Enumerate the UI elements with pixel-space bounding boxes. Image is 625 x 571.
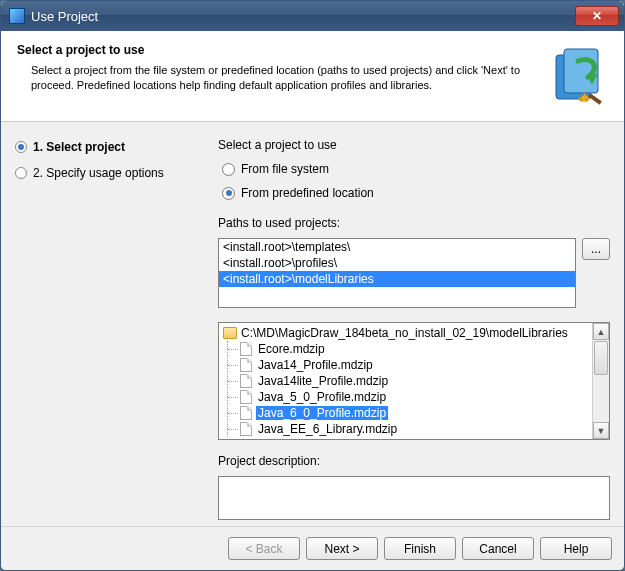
next-button[interactable]: Next > [306,537,378,560]
folder-icon [223,327,237,339]
titlebar[interactable]: Use Project ✕ [1,1,624,31]
form-panel: Select a project to use From file system… [218,136,610,520]
step-bullet-icon [15,141,27,153]
tree-item[interactable]: Java_6_0_Profile.mdzip [238,405,590,421]
wizard-banner-icon [538,43,608,113]
step-label: 2. Specify usage options [33,166,164,180]
radio-from-filesystem[interactable]: From file system [222,162,610,176]
header: Select a project to use Select a project… [1,31,624,122]
radio-icon [222,187,235,200]
step-specify-usage[interactable]: 2. Specify usage options [15,166,200,180]
tree-item-label: Java_5_0_Profile.mdzip [256,390,388,404]
wizard-steps: 1. Select project 2. Specify usage optio… [15,136,200,520]
radio-label: From predefined location [241,186,374,200]
app-icon [9,8,25,24]
file-icon [240,422,252,436]
body: 1. Select project 2. Specify usage optio… [1,122,624,526]
tree-item-label: Java14_Profile.mdzip [256,358,375,372]
radio-label: From file system [241,162,329,176]
file-icon [240,358,252,372]
tree-item[interactable]: Java14_Profile.mdzip [238,357,590,373]
wizard-window: Use Project ✕ Select a project to use Se… [0,0,625,571]
tree-item-label: Java_6_0_Profile.mdzip [256,406,388,420]
tree-item[interactable]: Java_EE_6_Library.mdzip [238,421,590,437]
tree-item-label: Java14lite_Profile.mdzip [256,374,390,388]
description-label: Project description: [218,454,610,468]
select-project-label: Select a project to use [218,138,610,152]
help-button[interactable]: Help [540,537,612,560]
path-row[interactable]: <install.root>\templates\ [219,239,575,255]
tree-item-label: Java_EE_6_Library.mdzip [256,422,399,436]
paths-label: Paths to used projects: [218,216,610,230]
tree-item[interactable]: Java_5_0_Profile.mdzip [238,389,590,405]
tree-root[interactable]: C:\MD\MagicDraw_184beta_no_install_02_19… [221,325,590,341]
cancel-button[interactable]: Cancel [462,537,534,560]
step-select-project[interactable]: 1. Select project [15,140,200,154]
close-button[interactable]: ✕ [575,6,619,26]
close-icon: ✕ [592,9,602,23]
tree-item[interactable]: Java14lite_Profile.mdzip [238,373,590,389]
tree-scrollbar[interactable]: ▲ ▼ [592,323,609,439]
step-bullet-icon [15,167,27,179]
file-icon [240,406,252,420]
description-textarea[interactable] [218,476,610,520]
file-icon [240,390,252,404]
radio-from-predefined[interactable]: From predefined location [222,186,610,200]
radio-icon [222,163,235,176]
footer: < Back Next > Finish Cancel Help [1,526,624,570]
scroll-up-icon[interactable]: ▲ [593,323,609,340]
tree-root-label: C:\MD\MagicDraw_184beta_no_install_02_19… [241,326,568,340]
tree-item-label: Ecore.mdzip [256,342,327,356]
window-title: Use Project [31,9,575,24]
paths-listbox[interactable]: <install.root>\templates\ <install.root>… [218,238,576,308]
step-label: 1. Select project [33,140,125,154]
header-title: Select a project to use [17,43,528,57]
scroll-down-icon[interactable]: ▼ [593,422,609,439]
tree-item[interactable]: Ecore.mdzip [238,341,590,357]
tree-content: C:\MD\MagicDraw_184beta_no_install_02_19… [219,323,592,439]
browse-button[interactable]: ... [582,238,610,260]
ellipsis-icon: ... [591,242,601,256]
header-desc: Select a project from the file system or… [17,63,528,93]
file-tree[interactable]: C:\MD\MagicDraw_184beta_no_install_02_19… [218,322,610,440]
path-row[interactable]: <install.root>\modelLibraries [219,271,575,287]
scroll-thumb[interactable] [594,341,608,375]
file-icon [240,342,252,356]
back-button: < Back [228,537,300,560]
finish-button[interactable]: Finish [384,537,456,560]
path-row[interactable]: <install.root>\profiles\ [219,255,575,271]
file-icon [240,374,252,388]
header-text: Select a project to use Select a project… [17,43,538,93]
